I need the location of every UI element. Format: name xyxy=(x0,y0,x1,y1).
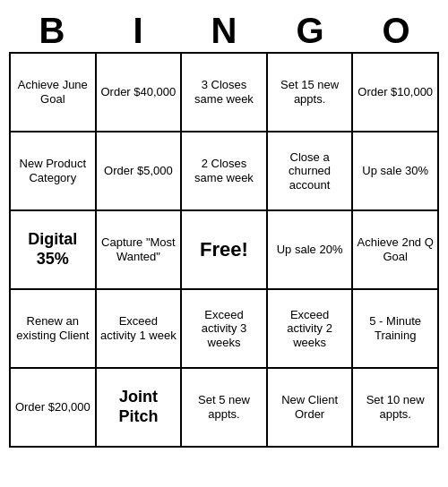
bingo-cell[interactable]: Achieve June Goal xyxy=(11,54,97,132)
bingo-cell[interactable]: Digital 35% xyxy=(11,211,97,290)
bingo-cell[interactable]: Exceed activity 2 weeks xyxy=(268,290,354,369)
bingo-cell[interactable]: 2 Closes same week xyxy=(182,132,268,211)
bingo-grid: Achieve June GoalOrder $40,0003 Closes s… xyxy=(9,52,439,448)
bingo-cell[interactable]: Close a churned account xyxy=(268,132,354,211)
bingo-cell[interactable]: Up sale 20% xyxy=(268,211,354,290)
bingo-cell[interactable]: Order $10,000 xyxy=(353,54,439,132)
header-letter: I xyxy=(95,9,181,52)
bingo-cell[interactable]: Exceed activity 1 week xyxy=(97,290,183,369)
bingo-header: BINGO xyxy=(9,9,439,52)
bingo-cell[interactable]: 3 Closes same week xyxy=(182,54,268,132)
bingo-cell[interactable]: Achieve 2nd Q Goal xyxy=(353,211,439,290)
bingo-cell[interactable]: Renew an existing Client xyxy=(11,290,97,369)
bingo-cell[interactable]: Set 10 new appts. xyxy=(353,369,439,448)
bingo-cell[interactable]: Joint Pitch xyxy=(97,369,183,448)
bingo-cell[interactable]: Exceed activity 3 weeks xyxy=(182,290,268,369)
bingo-cell[interactable]: 5 - Minute Training xyxy=(353,290,439,369)
bingo-card: BINGO Achieve June GoalOrder $40,0003 Cl… xyxy=(9,9,439,448)
bingo-cell[interactable]: Set 15 new appts. xyxy=(268,54,354,132)
header-letter: O xyxy=(353,9,439,52)
bingo-cell[interactable]: New Product Category xyxy=(11,132,97,211)
bingo-cell[interactable]: Order $5,000 xyxy=(97,132,183,211)
header-letter: N xyxy=(181,9,267,52)
bingo-cell[interactable]: Order $40,000 xyxy=(97,54,183,132)
bingo-cell[interactable]: Free! xyxy=(182,211,268,290)
bingo-cell[interactable]: New Client Order xyxy=(268,369,354,448)
bingo-cell[interactable]: Capture "Most Wanted" xyxy=(97,211,183,290)
header-letter: B xyxy=(9,9,95,52)
bingo-cell[interactable]: Up sale 30% xyxy=(353,132,439,211)
header-letter: G xyxy=(267,9,353,52)
bingo-cell[interactable]: Set 5 new appts. xyxy=(182,369,268,448)
bingo-cell[interactable]: Order $20,000 xyxy=(11,369,97,448)
